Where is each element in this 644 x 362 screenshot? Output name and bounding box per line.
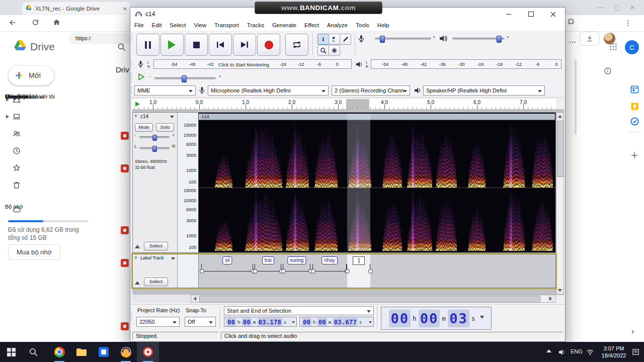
taskbar-app-button[interactable] — [93, 342, 115, 362]
menu-generate[interactable]: Generate — [268, 21, 300, 28]
selection-tool-button[interactable]: I — [317, 34, 329, 45]
taskbar-audacity-button[interactable] — [115, 342, 137, 362]
draw-tool-button[interactable] — [340, 34, 351, 45]
selection-start-field[interactable]: 00h00m03.178s — [224, 317, 297, 327]
pan-slider[interactable] — [139, 147, 170, 149]
new-button[interactable]: Mới — [8, 65, 54, 85]
calendar-icon[interactable] — [630, 84, 640, 95]
back-icon[interactable] — [8, 18, 18, 28]
audio-position-display[interactable]: 00h00m03s — [381, 307, 492, 330]
apps-grid-icon[interactable] — [609, 42, 618, 53]
vertical-scrollbar[interactable] — [556, 112, 564, 295]
play-at-speed-icon[interactable] — [137, 73, 145, 82]
label-track-name[interactable]: Label Track — [140, 255, 164, 260]
label-nhay[interactable]: nhay — [321, 256, 338, 264]
label-trai[interactable]: trai — [262, 256, 274, 264]
taskbar-chrome-button[interactable] — [48, 342, 70, 362]
tray-speaker-icon[interactable] — [558, 348, 566, 357]
playback-volume-slider[interactable] — [452, 38, 505, 40]
output-device-select[interactable]: Speaker/HP (Realtek High Defini — [423, 85, 545, 96]
menu-view[interactable]: View — [190, 21, 210, 28]
label-handle[interactable] — [311, 269, 315, 274]
slider-thumb[interactable] — [497, 36, 502, 43]
buy-storage-button[interactable]: Mua bộ nhớ — [8, 244, 60, 260]
scrollbar-thumb[interactable] — [557, 121, 564, 177]
mute-button[interactable]: Mute — [135, 123, 153, 132]
tray-network-icon[interactable] — [587, 348, 594, 357]
tray-expand-icon[interactable] — [546, 348, 551, 352]
label-handle[interactable] — [281, 269, 286, 274]
tasks-icon[interactable] — [630, 117, 640, 127]
track-select-button[interactable]: Select — [144, 242, 168, 250]
scroll-right-icon[interactable] — [632, 327, 635, 336]
selection-mode-select[interactable]: Start and End of Selection — [224, 306, 374, 315]
recording-volume-slider[interactable] — [375, 38, 431, 40]
page-scrollbar[interactable] — [575, 60, 577, 135]
menu-select[interactable]: Select — [166, 21, 190, 28]
input-channels-select[interactable]: 2 (Stereo) Recording Chann — [332, 85, 410, 96]
taskbar-explorer-button[interactable] — [70, 342, 93, 362]
sidebar-item-people[interactable]: Được chia sẻ với tôi — [0, 125, 115, 142]
track-close-icon[interactable]: × — [134, 255, 137, 260]
start-button[interactable] — [0, 342, 22, 362]
audio-host-select[interactable]: MME — [134, 85, 196, 96]
sidebar-item-laptop[interactable]: Máy tính — [0, 108, 115, 125]
menu-help[interactable]: Help — [373, 21, 393, 28]
project-rate-select[interactable]: 22050 — [136, 317, 180, 327]
track-close-icon[interactable]: × — [134, 113, 137, 119]
input-device-select[interactable]: Microphone (Realtek High Defini — [208, 85, 329, 96]
slider-thumb[interactable] — [182, 75, 187, 82]
browser-maximize-icon[interactable]: ▢ — [614, 4, 619, 11]
play-button[interactable] — [160, 34, 184, 56]
browser-tab[interactable]: XLTN_rec - Google Drive × — [22, 2, 130, 15]
more-options-icon[interactable] — [569, 38, 577, 48]
menu-edit[interactable]: Edit — [148, 21, 166, 28]
zoom-tool-button[interactable] — [317, 45, 329, 56]
solo-button[interactable]: Solo — [156, 123, 174, 132]
slider-thumb[interactable] — [380, 36, 385, 43]
browser-close-icon[interactable]: ✕ — [630, 4, 635, 11]
horizontal-scrollbar[interactable] — [191, 295, 556, 303]
tray-language[interactable]: ENG — [571, 348, 583, 354]
snap-to-select[interactable]: Off — [185, 317, 216, 327]
label-handle[interactable] — [253, 269, 258, 274]
taskbar-clock[interactable]: 3:07 PM 18/4/2022 — [599, 345, 629, 359]
browser-minimize-icon[interactable]: — — [598, 4, 604, 11]
pinned-playhead-icon[interactable] — [135, 102, 142, 107]
track-control-panel[interactable]: × c14 Mute Solo - + L R Stereo, 48000Hz … — [133, 113, 178, 252]
envelope-tool-button[interactable] — [329, 34, 340, 45]
account-avatar[interactable]: C — [625, 40, 639, 54]
scroll-left-icon[interactable] — [191, 295, 198, 302]
play-speed-slider[interactable] — [154, 77, 216, 79]
record-button[interactable] — [257, 34, 280, 56]
slider-thumb[interactable] — [152, 146, 157, 152]
skip-start-button[interactable] — [209, 34, 232, 56]
track-waveform-area[interactable]: c14 — [199, 113, 555, 252]
add-panel-icon[interactable] — [630, 151, 640, 161]
info-icon[interactable] — [604, 67, 612, 77]
loop-button[interactable] — [285, 34, 308, 56]
skip-end-button[interactable] — [233, 34, 256, 56]
track-menu-icon[interactable] — [171, 257, 175, 262]
sidebar-item-star[interactable]: Có gắn dấu sao — [0, 159, 115, 176]
slider-thumb[interactable] — [152, 135, 157, 141]
search-icon[interactable] — [117, 42, 127, 52]
selection-end-field[interactable]: 00h00m03.677s — [299, 317, 374, 327]
gain-slider[interactable] — [139, 136, 170, 138]
recording-meter[interactable]: Click to Start Monitoring -54-48-42-18-1… — [153, 59, 352, 69]
track-name[interactable]: c14 — [140, 114, 148, 119]
timeline-ruler[interactable]: 1.00.01.02.03.04.05.06.07.0 — [132, 99, 556, 110]
scroll-down-icon[interactable] — [556, 287, 564, 294]
label-edit-box[interactable] — [353, 256, 365, 265]
scrollbar-thumb[interactable] — [199, 296, 540, 303]
minimize-button[interactable] — [498, 8, 520, 21]
sidebar-item-trash[interactable]: Thùng rác — [0, 176, 115, 194]
spectrogram-canvas[interactable] — [199, 120, 555, 251]
menu-effect[interactable]: Effect — [300, 21, 323, 28]
download-button[interactable] — [580, 32, 600, 46]
reload-icon[interactable] — [31, 18, 41, 28]
pause-button[interactable] — [136, 34, 159, 56]
menu-analyze[interactable]: Analyze — [323, 21, 352, 28]
label-track-content[interactable]: siltraixuongnhay — [199, 254, 555, 288]
label-select-button[interactable]: Select — [144, 278, 168, 286]
